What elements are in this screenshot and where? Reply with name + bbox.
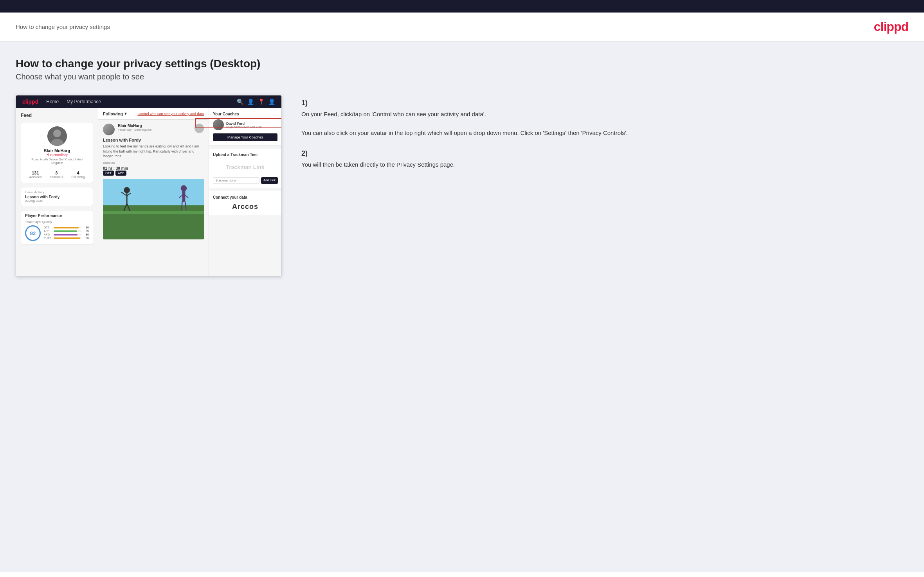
profile-card: Blair McHarg Plus Handicap Royal North D… [21, 122, 93, 183]
player-performance-card: Player Performance Total Player Quality … [21, 210, 93, 244]
instruction-1-number: 1) [301, 99, 908, 107]
trackman-section: Upload a Trackman Test Trackman Link Add… [209, 149, 281, 188]
svg-rect-13 [182, 191, 186, 202]
following-button[interactable]: Following ▾ [103, 111, 127, 116]
svg-rect-5 [103, 211, 204, 214]
stat-followers: 3 Followers [50, 171, 63, 179]
nav-my-performance[interactable]: My Performance [67, 99, 101, 104]
instruction-1: 1) On your Feed, click/tap on 'Control w… [301, 99, 908, 138]
trackman-input-row: Add Link [213, 177, 277, 184]
main-content: How to change your privacy settings (Des… [0, 42, 924, 572]
instruction-2-text: You will then be taken directly to the P… [301, 160, 908, 169]
app-feed: Following ▾ Control who can see your act… [98, 108, 209, 276]
post-tags: OTT APP [103, 171, 204, 176]
footer: Copyright Clippd 2022 [0, 572, 924, 577]
app-body: Feed Blair McHarg Plus Handicap Royal No… [16, 108, 281, 276]
coach-info: David Ford Royal North Devon Golf Club [226, 122, 261, 128]
tpq-bars: OTT 90 APP 85 ARG [44, 226, 89, 240]
svg-rect-4 [103, 205, 204, 239]
feed-label: Feed [21, 113, 93, 118]
profile-club: Royal North Devon Golf Club, United King… [25, 158, 89, 165]
bar-app: APP 85 [44, 230, 89, 232]
tpq-content: 92 OTT 90 APP 85 [25, 225, 89, 241]
profile-name: Blair McHarg [25, 148, 89, 153]
profile-stats: 131 Activities 3 Followers 4 Following [25, 168, 89, 179]
instruction-1-text: On your Feed, click/tap on 'Control who … [301, 110, 908, 138]
tag-app: APP [115, 171, 126, 176]
app-logo-icon: clippd [22, 99, 38, 105]
instructions-panel: 1) On your Feed, click/tap on 'Control w… [294, 95, 908, 181]
app-right-panel: Your Coaches David Ford Royal North Devo… [209, 108, 281, 276]
tag-ott: OTT [103, 171, 114, 176]
trackman-input[interactable] [213, 177, 259, 184]
manage-coaches-button[interactable]: Manage Your Coaches [213, 133, 277, 141]
feed-post: Blair McHarg Yesterday · Sunningdale Les… [98, 120, 209, 243]
svg-point-12 [181, 185, 187, 191]
app-screenshot: clippd Home My Performance 🔍 👤 📍 👤 Feed [16, 95, 282, 277]
app-nav-right: 🔍 👤 📍 👤 [237, 99, 275, 105]
post-image [103, 179, 204, 239]
svg-point-6 [124, 187, 130, 193]
post-secondary-avatar [195, 124, 204, 133]
svg-point-1 [53, 129, 61, 137]
search-icon[interactable]: 🔍 [237, 99, 243, 105]
control-privacy-link[interactable]: Control who can see your activity and da… [137, 112, 204, 116]
header: How to change your privacy settings clip… [0, 13, 924, 42]
instruction-2-number: 2) [301, 149, 908, 158]
arccos-logo: Arccos [213, 203, 277, 211]
chevron-down-icon: ▾ [124, 111, 127, 116]
page-subtitle: Choose what you want people to see [16, 72, 908, 81]
coaches-section: Your Coaches David Ford Royal North Devo… [209, 108, 281, 146]
add-link-button[interactable]: Add Link [261, 177, 278, 184]
post-header: Blair McHarg Yesterday · Sunningdale [103, 124, 204, 135]
score-circle: 92 [25, 225, 41, 241]
post-info: Blair McHarg Yesterday · Sunningdale [118, 124, 191, 131]
profile-handicap: Plus Handicap [25, 153, 89, 157]
stat-activities: 131 Activities [29, 171, 42, 179]
connect-section: Connect your data Arccos [209, 191, 281, 215]
header-title: How to change your privacy settings [16, 23, 110, 30]
latest-activity-card: Latest Activity Lesson with Fordy 03 Aug… [21, 187, 93, 206]
svg-rect-3 [103, 179, 204, 205]
coach-avatar [213, 119, 224, 130]
page-title: How to change your privacy settings (Des… [16, 58, 908, 70]
nav-home[interactable]: Home [46, 99, 59, 104]
feed-header: Following ▾ Control who can see your act… [98, 108, 209, 120]
person-icon[interactable]: 👤 [247, 99, 254, 105]
bar-ott: OTT 90 [44, 226, 89, 229]
demo-area: clippd Home My Performance 🔍 👤 📍 👤 Feed [16, 95, 908, 277]
post-author-avatar [103, 124, 115, 135]
app-nav: clippd Home My Performance 🔍 👤 📍 👤 [16, 95, 281, 108]
post-body: Looking to feel like my hands are exitin… [103, 144, 204, 159]
post-duration-value: 01 hr : 30 min [103, 166, 204, 171]
avatar-icon[interactable]: 👤 [268, 99, 275, 105]
post-title: Lesson with Fordy [103, 138, 204, 142]
bar-arg: ARG 86 [44, 233, 89, 236]
bar-putt: PUTT 96 [44, 237, 89, 239]
post-duration-label: Duration [103, 161, 204, 165]
golf-scene [103, 179, 204, 239]
instruction-2: 2) You will then be taken directly to th… [301, 149, 908, 169]
app-sidebar: Feed Blair McHarg Plus Handicap Royal No… [16, 108, 98, 276]
coach-row: David Ford Royal North Devon Golf Club [213, 119, 277, 130]
location-icon[interactable]: 📍 [258, 99, 265, 105]
top-bar [0, 0, 924, 13]
stat-following: 4 Following [72, 171, 85, 179]
profile-avatar [47, 126, 67, 146]
logo: clippd [874, 20, 908, 34]
